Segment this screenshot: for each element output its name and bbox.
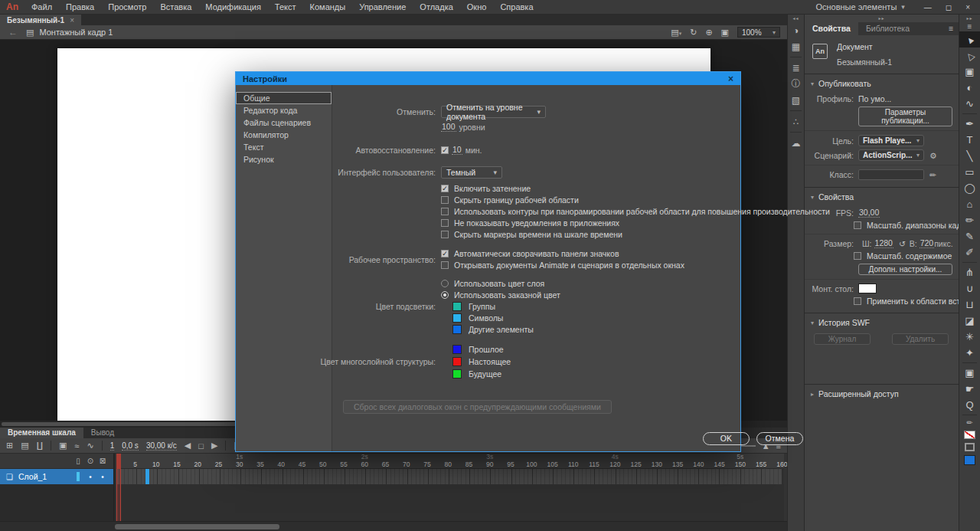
menu-item[interactable]: Справка (493, 0, 540, 14)
pref-category[interactable]: Редактор кода (236, 104, 332, 116)
playhead-cap[interactable] (116, 454, 121, 469)
stroke-color-swatch[interactable] (964, 431, 975, 439)
swatches-panel-icon[interactable]: ▦ (788, 38, 804, 54)
zoom-tool[interactable]: Q (959, 397, 980, 413)
delete-button[interactable]: Удалить (892, 333, 949, 345)
step-forward-icon[interactable]: ▶ (211, 441, 217, 451)
checkbox[interactable] (441, 196, 449, 204)
color-swatch-row[interactable]: Другие элементы (452, 324, 560, 335)
new-folder-icon[interactable]: ▤ (21, 441, 28, 451)
clapperboard-icon[interactable]: ▤▾ (671, 28, 681, 38)
onion-skin-icon[interactable]: ≈ (74, 441, 79, 451)
scrollbar-thumb[interactable] (2, 422, 274, 426)
color-panel-icon[interactable]: ◑ (788, 22, 804, 38)
frame-rate-value[interactable]: 30,00 к/с (146, 441, 177, 451)
autorecovery-value[interactable]: 10 (452, 145, 462, 155)
rotate-stage-icon[interactable]: ↻ (690, 28, 697, 38)
zoom-select[interactable]: 100% ▾ (737, 27, 780, 38)
classic-brush-tool[interactable]: ✎ (959, 228, 980, 244)
eye-icon[interactable]: ⊙ (84, 457, 96, 465)
color-swatch[interactable] (452, 345, 462, 354)
eraser-tool[interactable]: ◪ (959, 313, 980, 329)
bone-tool[interactable]: ⋔ (959, 264, 980, 280)
checkbox[interactable] (854, 297, 861, 305)
back-arrow-icon[interactable]: ← (0, 27, 26, 38)
collapse-left-icon[interactable]: ◂◂ (788, 15, 804, 22)
radio-option[interactable]: Использовать цвет слоя (441, 278, 560, 289)
default-colors-swatch[interactable] (965, 443, 975, 451)
layer-frames-row[interactable] (116, 469, 784, 484)
puppet-pin-tool[interactable]: ✦ (959, 345, 980, 361)
new-layer-icon[interactable]: ⊞ (6, 441, 13, 451)
menu-item[interactable]: Команды (303, 0, 353, 14)
menu-item[interactable]: Отладка (413, 0, 459, 14)
layer-visibility-dot[interactable]: • (84, 472, 96, 481)
collapse-right-icon[interactable]: ▸▸ (959, 15, 980, 22)
panel-menu-icon[interactable]: ≡ (959, 22, 980, 31)
polystar-tool[interactable]: ⌂ (959, 196, 980, 212)
collapse-right-icon[interactable]: ▸▸ (805, 15, 959, 22)
line-tool[interactable]: ╲ (959, 148, 980, 164)
checkbox[interactable] (441, 231, 449, 238)
restore-button[interactable]: ◻ (940, 3, 957, 11)
asset-warp-tool[interactable]: ✳ (959, 329, 980, 345)
pen-tool[interactable]: ✒ (959, 116, 980, 132)
checkbox[interactable] (854, 221, 861, 229)
delete-layer-icon[interactable]: ∐ (37, 441, 43, 451)
width-value[interactable]: 1280 (874, 238, 893, 248)
ok-button[interactable]: OK (703, 432, 750, 445)
camera-icon[interactable]: ▣ (59, 441, 67, 451)
minimize-button[interactable]: — (919, 3, 937, 11)
center-stage-icon[interactable]: ⊕ (705, 28, 712, 38)
playhead[interactable] (116, 454, 121, 521)
pref-category[interactable]: Рисунок (236, 153, 332, 166)
free-transform-tool[interactable]: ▣ (959, 64, 980, 80)
class-input[interactable] (858, 169, 924, 180)
pencil-tool[interactable]: ✏ (959, 212, 980, 228)
pref-category[interactable]: Компилятор (236, 129, 332, 141)
timeline-ruler[interactable]: 1510152025303540455055606570758085909510… (116, 460, 784, 469)
dialog-close-icon[interactable]: × (728, 74, 733, 84)
checkbox[interactable] (441, 208, 449, 215)
color-swatch[interactable] (452, 325, 462, 334)
advanced-settings-button[interactable]: Дополн. настройки... (858, 264, 952, 275)
elapsed-time-value[interactable]: 0,0 s (122, 441, 139, 451)
ink-bottle-tool[interactable]: ⊔ (959, 297, 980, 313)
checkbox-option[interactable]: Открывать документы Animate и сценария в… (441, 260, 684, 270)
cancel-button[interactable]: Отмена (756, 432, 803, 445)
document-tab[interactable]: Безымянный-1 × (0, 15, 81, 25)
layer-name[interactable]: Слой_1 (18, 472, 47, 481)
ui-theme-select[interactable]: Темный ▾ (441, 166, 502, 179)
menu-item[interactable]: Файл (24, 0, 59, 14)
color-swatch[interactable] (452, 302, 462, 311)
wrench-icon[interactable]: ⚙ (929, 151, 936, 160)
lock-icon[interactable]: ⊠ (96, 457, 109, 465)
selection-tool[interactable]: ▲ (959, 31, 980, 48)
color-swatch-row[interactable]: Будущее (452, 368, 511, 379)
menu-item[interactable]: Управление (352, 0, 413, 14)
tab-output[interactable]: Вывод (83, 428, 122, 438)
checkbox-option[interactable]: Использовать контуры при панорамировании… (441, 206, 830, 217)
camera-tool[interactable]: ▣ (959, 365, 980, 381)
menu-item[interactable]: Просмотр (101, 0, 153, 14)
scrollbar-thumb[interactable] (115, 524, 279, 529)
undo-levels-value[interactable]: 100 (441, 122, 456, 132)
checkbox[interactable]: ✓ (441, 185, 449, 192)
tab-library[interactable]: Библиотека (858, 22, 917, 35)
timeline-horizontal-scrollbar[interactable] (0, 521, 787, 531)
target-select[interactable]: Flash Playe... ▾ (858, 135, 924, 146)
dialog-titlebar[interactable]: Настройки × (236, 72, 740, 85)
menu-item[interactable]: Текст (268, 0, 303, 14)
color-swatch[interactable] (452, 369, 462, 379)
menu-item[interactable]: Правка (59, 0, 101, 14)
fps-value[interactable]: 30,00 (858, 208, 880, 218)
color-swatch-row[interactable]: Настоящее (452, 356, 511, 367)
pref-category[interactable]: Текст (236, 141, 332, 153)
stage-color-swatch[interactable] (858, 284, 877, 293)
pref-category[interactable]: Файлы сценариев (236, 116, 332, 129)
radio[interactable] (441, 280, 449, 287)
workspace-switcher[interactable]: Основные элементы ▾ (815, 2, 904, 11)
reset-dialogs-button[interactable]: Сброс всех диалоговых окон с предупрежда… (343, 400, 612, 414)
height-value[interactable]: 720 (920, 238, 935, 248)
checkbox-option[interactable]: ✓Включить затенение (441, 183, 830, 194)
